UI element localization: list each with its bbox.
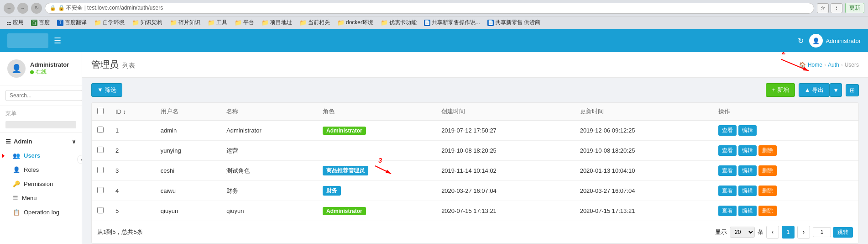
folder-icon-4: 📁 xyxy=(208,19,215,26)
cell-updated-2: 2020-01-13 10:04:10 xyxy=(575,161,713,181)
view-btn-3[interactable]: 查看 xyxy=(718,186,737,196)
hamburger-icon[interactable]: ☰ xyxy=(54,36,61,46)
id-sort[interactable]: ID ↕ xyxy=(115,108,150,115)
bookmark-gongyun2[interactable]: 📄 共享新零售 供货商 xyxy=(485,18,543,27)
cell-id-1: 2 xyxy=(110,141,155,161)
prev-page-btn[interactable]: ‹ xyxy=(766,226,779,239)
bookmark-dangqian[interactable]: 📁 当前相关 xyxy=(297,18,333,27)
edit-btn-0[interactable]: 编辑 xyxy=(738,125,757,136)
page-jump-input[interactable] xyxy=(813,227,831,237)
bookmark-fanyi[interactable]: T 百度翻译 xyxy=(54,18,89,27)
row-checkbox-4[interactable] xyxy=(97,187,104,193)
th-updated: 更新时间 xyxy=(575,103,713,121)
edit-btn-2[interactable]: 编辑 xyxy=(738,165,757,176)
sidebar-item-roles[interactable]: 👤 Roles xyxy=(0,163,82,177)
sidebar-item-users[interactable]: 👥 Users 1 xyxy=(0,149,82,163)
table-row: 3ceshi测试角色商品推荐管理员32019-11-14 10:14:02202… xyxy=(92,161,858,181)
cell-actions-3: 查看编辑删除 xyxy=(713,181,858,201)
app-logo xyxy=(7,33,48,48)
cell-updated-0: 2019-12-06 09:12:25 xyxy=(575,121,713,141)
url-bar[interactable]: 🔒 🔒 不安全 | test.love.com/admin/auth/users xyxy=(45,3,814,14)
sidebar-item-permission[interactable]: 🔑 Permission xyxy=(0,177,82,191)
next-page-btn[interactable]: › xyxy=(797,226,810,239)
per-page-label: 条 xyxy=(758,228,763,236)
row-checkbox-1[interactable] xyxy=(97,127,104,133)
table-head: ID ↕ 用户名 名称 角色 创建时间 更新时间 操作 xyxy=(92,103,858,121)
delete-btn-3[interactable]: 删除 xyxy=(758,186,777,196)
search-input[interactable] xyxy=(5,90,82,101)
bookmark-gongyun1[interactable]: 📄 共享新零售操作说... xyxy=(421,18,483,27)
delete-btn-2[interactable]: 删除 xyxy=(758,165,777,176)
bookmark-pingtai[interactable]: 📁 平台 xyxy=(232,18,257,27)
view-btn-0[interactable]: 查看 xyxy=(718,125,737,136)
bookmark-xiangmu[interactable]: 📁 项目地址 xyxy=(259,18,295,27)
edit-btn-3[interactable]: 编辑 xyxy=(738,186,757,196)
admin-group-label: ☰ Admin xyxy=(5,138,32,145)
log-label: Operation log xyxy=(24,209,59,216)
jump-button[interactable]: 跳转 xyxy=(833,227,853,238)
th-actions: 操作 xyxy=(713,103,858,121)
svg-line-1 xyxy=(781,59,809,71)
sidebar-item-operation-log[interactable]: 📋 Operation log xyxy=(0,205,82,219)
menu-label-item: Menu xyxy=(22,195,37,202)
bookmark-star[interactable]: ☆ xyxy=(817,3,829,13)
divider-1 xyxy=(0,132,82,133)
breadcrumb-auth[interactable]: Auth xyxy=(828,62,839,68)
avatar-icon: 👤 xyxy=(812,37,820,44)
avatar: 👤 xyxy=(809,34,823,48)
page-1-btn[interactable]: 1 xyxy=(782,226,795,239)
sidebar-group-admin[interactable]: ☰ Admin ∨ xyxy=(0,134,82,149)
back-button[interactable]: ← xyxy=(4,3,15,14)
delete-btn-1[interactable]: 删除 xyxy=(758,145,777,156)
delete-btn-4[interactable]: 删除 xyxy=(758,206,777,216)
row-checkbox-3[interactable] xyxy=(97,167,104,173)
page-size-select[interactable]: 20 10 50 100 xyxy=(730,227,755,238)
bookmark-zhishi[interactable]: 📁 知识架构 xyxy=(129,18,165,27)
table-container: ID ↕ 用户名 名称 角色 创建时间 更新时间 操作 1adminAdmin xyxy=(82,102,868,244)
view-btn-1[interactable]: 查看 xyxy=(718,145,737,156)
forward-button[interactable]: → xyxy=(17,3,28,14)
edit-btn-1[interactable]: 编辑 xyxy=(738,145,757,156)
cell-name-3: 财务 xyxy=(221,181,317,201)
bookmark-gongju[interactable]: 📁 工具 xyxy=(205,18,230,27)
folder-icon-8: 📁 xyxy=(337,19,345,26)
columns-button[interactable]: ⊞ xyxy=(846,84,859,96)
select-all-checkbox[interactable] xyxy=(97,108,104,114)
bookmark-suanpian-label: 碎片知识 xyxy=(178,19,200,27)
filter-button[interactable]: ▼ 筛选 xyxy=(91,83,122,97)
view-btn-2[interactable]: 查看 xyxy=(718,165,737,176)
bookmark-zixue[interactable]: 📁 自学环境 xyxy=(91,18,127,27)
bookmark-docker[interactable]: 📁 docker环境 xyxy=(335,18,376,27)
log-icon: 📋 xyxy=(13,209,20,216)
edit-btn-4[interactable]: 编辑 xyxy=(738,206,757,216)
add-button[interactable]: + 新增 xyxy=(766,83,795,97)
row-checkbox-2[interactable] xyxy=(97,147,104,153)
users-label: Users xyxy=(24,152,40,159)
bookmark-suanpian[interactable]: 📁 碎片知识 xyxy=(167,18,203,27)
export-button[interactable]: ▲ 导出 xyxy=(799,83,830,97)
export-dropdown-button[interactable]: ▼ xyxy=(830,83,842,97)
row-checkbox-5[interactable] xyxy=(97,207,104,213)
sidebar-item-menu[interactable]: ☰ Menu xyxy=(0,191,82,205)
bookmark-fanyi-label: 百度翻译 xyxy=(65,19,87,27)
role-badge-3: 财务 xyxy=(323,186,341,196)
bookmark-gongyun1-label: 共享新零售操作说... xyxy=(432,19,480,27)
bookmark-apps[interactable]: ⚏ 应用 xyxy=(4,18,26,27)
bookmark-bar: ⚏ 应用 百 百度 T 百度翻译 📁 自学环境 📁 知识架构 📁 碎片知识 📁 … xyxy=(0,16,868,29)
table-body: 1adminAdministratorAdministrator2019-07-… xyxy=(92,121,858,221)
browser-menu[interactable]: ⋮ xyxy=(831,3,842,13)
bookmark-baidu-label: 百度 xyxy=(39,19,50,27)
bookmark-baidu[interactable]: 百 百度 xyxy=(28,18,52,27)
sidebar-status: 在线 xyxy=(30,68,69,76)
view-btn-4[interactable]: 查看 xyxy=(718,206,737,216)
table-header-row: ID ↕ 用户名 名称 角色 创建时间 更新时间 操作 xyxy=(92,103,858,121)
th-id[interactable]: ID ↕ xyxy=(110,103,155,121)
update-button[interactable]: 更新 xyxy=(845,3,864,13)
show-label: 显示 xyxy=(715,228,727,236)
roles-label: Roles xyxy=(24,166,39,173)
users-table: ID ↕ 用户名 名称 角色 创建时间 更新时间 操作 1adminAdmin xyxy=(92,103,858,221)
bookmark-youhui[interactable]: 📁 优惠卡功能 xyxy=(378,18,419,27)
refresh-icon[interactable]: ↻ xyxy=(798,37,804,45)
reload-button[interactable]: ↻ xyxy=(31,3,42,14)
user-menu[interactable]: 👤 Administrator xyxy=(809,34,861,48)
